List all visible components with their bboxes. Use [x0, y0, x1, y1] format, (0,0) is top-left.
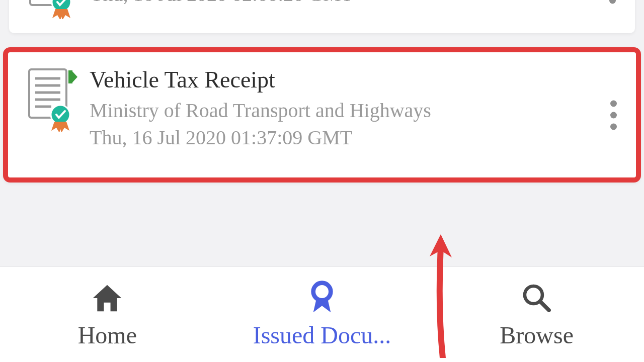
more-options-icon[interactable]: [609, 0, 616, 4]
document-issuer: Ministry of Road Transport and Highways: [90, 97, 624, 124]
document-certificate-icon: [21, 0, 87, 19]
nav-browse-label: Browse: [500, 321, 574, 349]
more-options-icon[interactable]: [610, 100, 617, 130]
document-card-highlighted[interactable]: Vehicle Tax Receipt Ministry of Road Tra…: [3, 47, 641, 183]
document-timestamp: Thu, 16 Jul 2020 02:00:20 GMT: [91, 0, 623, 8]
document-title: Vehicle Tax Receipt: [90, 66, 624, 93]
nav-browse[interactable]: Browse: [429, 267, 644, 362]
home-icon: [90, 280, 125, 316]
nav-issued-documents[interactable]: Issued Docu...: [215, 267, 430, 362]
nav-home[interactable]: Home: [0, 267, 215, 362]
nav-home-label: Home: [78, 321, 137, 349]
svg-line-21: [540, 302, 549, 311]
document-card[interactable]: Ministry of Road Transport and Highways …: [9, 0, 635, 33]
nav-issued-label: Issued Docu...: [253, 321, 391, 349]
svg-marker-22: [430, 234, 452, 257]
svg-rect-16: [68, 70, 72, 83]
document-timestamp: Thu, 16 Jul 2020 01:37:09 GMT: [90, 124, 624, 151]
document-certificate-icon: [20, 66, 86, 132]
document-body: Ministry of Road Transport and Highways …: [87, 0, 623, 8]
bottom-navigation: Home Issued Docu... Browse: [0, 266, 644, 362]
search-icon: [519, 280, 554, 316]
ribbon-icon: [304, 280, 340, 316]
document-body: Vehicle Tax Receipt Ministry of Road Tra…: [86, 66, 624, 151]
